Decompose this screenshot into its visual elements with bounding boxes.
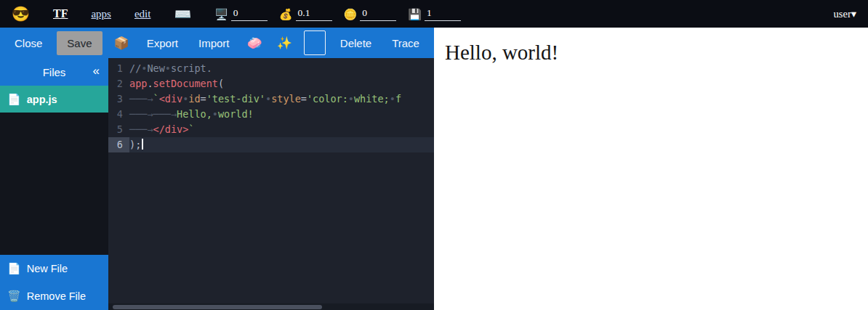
brand-link[interactable]: TF	[53, 7, 68, 20]
package-icon[interactable]: 📦	[111, 31, 132, 55]
line-number: 1	[108, 61, 129, 76]
new-file-button[interactable]: 📄 New File	[0, 255, 108, 282]
line-number: 2	[108, 76, 129, 91]
sidebar-actions: 📄 New File 🗑️ Remove File	[0, 255, 108, 310]
code-editor[interactable]: 1//•New•script.2app.setDocument(3───→`<d…	[108, 58, 434, 310]
trash-icon: 🗑️	[7, 290, 21, 303]
save-button[interactable]: Save	[57, 31, 102, 55]
stat-coin-value: 0	[360, 7, 396, 21]
trace-button[interactable]: Trace	[386, 31, 425, 55]
code-line[interactable]: 3───→`<div•id='test-div'•style='color:•w…	[108, 91, 434, 107]
file-item-appjs[interactable]: 📄 app.js	[0, 86, 108, 113]
main-area: Close Save 📦 Export Import 🧼 ✨ Delete Tr…	[0, 28, 868, 310]
sidebar-empty-area	[0, 113, 108, 255]
stat-money[interactable]: 💰 0.1	[279, 7, 332, 21]
new-file-icon: 📄	[7, 262, 21, 275]
blank-button[interactable]	[304, 30, 326, 55]
file-icon: 📄	[7, 93, 21, 106]
line-number: 3	[108, 91, 129, 107]
stat-monitor[interactable]: 🖥️ 0	[214, 7, 268, 21]
sidebar-header: Files «	[0, 58, 108, 86]
screen: 😎 TF apps edit ⌨️ 🖥️ 0 💰 0.1 🪙 0 💾 1 use	[0, 0, 868, 310]
smiley-logo-icon: 😎	[12, 7, 30, 21]
new-file-label: New File	[27, 263, 68, 274]
sidebar-title: Files	[43, 66, 66, 78]
monitor-icon: 🖥️	[214, 8, 228, 21]
line-number: 4	[108, 107, 129, 122]
edit-link[interactable]: edit	[134, 8, 151, 20]
code-text: );	[129, 137, 143, 152]
code-text: ───→───→Hello,•world!	[129, 107, 254, 122]
stat-disk[interactable]: 💾 1	[408, 7, 461, 21]
topbar-stats: 🖥️ 0 💰 0.1 🪙 0 💾 1	[214, 7, 461, 21]
code-line[interactable]: 6);	[108, 137, 434, 152]
code-text: //•New•script.	[129, 61, 212, 76]
code-lines[interactable]: 1//•New•script.2app.setDocument(3───→`<d…	[108, 58, 434, 303]
line-number: 6	[108, 137, 129, 152]
stat-disk-value: 1	[425, 7, 461, 21]
editor-pane: Close Save 📦 Export Import 🧼 ✨ Delete Tr…	[0, 28, 434, 310]
stat-coin[interactable]: 🪙 0	[344, 7, 397, 21]
floppy-disk-icon: 💾	[408, 8, 422, 21]
soap-icon[interactable]: 🧼	[244, 31, 265, 55]
coin-icon: 🪙	[344, 8, 358, 21]
code-line[interactable]: 4───→───→Hello,•world!	[108, 107, 434, 122]
code-line[interactable]: 5───→</div>`	[108, 122, 434, 137]
horizontal-scrollbar[interactable]	[108, 303, 434, 310]
apps-link[interactable]: apps	[91, 8, 111, 20]
stat-monitor-value: 0	[231, 7, 268, 21]
stat-money-value: 0.1	[296, 7, 332, 21]
workspace: Files « 📄 app.js 📄 New File	[0, 58, 434, 310]
code-text: ───→</div>`	[129, 122, 194, 137]
import-button[interactable]: Import	[193, 31, 236, 55]
delete-button[interactable]: Delete	[334, 31, 377, 55]
code-text: app.setDocument(	[129, 76, 224, 91]
file-name: app.js	[27, 94, 57, 105]
close-button[interactable]: Close	[9, 31, 48, 55]
keyboard-icon[interactable]: ⌨️	[174, 6, 191, 23]
user-menu[interactable]: user▾	[834, 8, 856, 20]
topbar: 😎 TF apps edit ⌨️ 🖥️ 0 💰 0.1 🪙 0 💾 1 use	[0, 0, 868, 28]
line-number: 5	[108, 122, 129, 137]
export-button[interactable]: Export	[141, 31, 184, 55]
scrollbar-thumb[interactable]	[113, 305, 322, 309]
code-line[interactable]: 1//•New•script.	[108, 61, 434, 76]
collapse-sidebar-icon[interactable]: «	[93, 64, 100, 78]
code-line[interactable]: 2app.setDocument(	[108, 76, 434, 91]
remove-file-label: Remove File	[27, 290, 86, 302]
output-text: Hello, world!	[445, 41, 868, 65]
files-sidebar: Files « 📄 app.js 📄 New File	[0, 58, 108, 310]
money-bag-icon: 💰	[279, 8, 293, 21]
output-preview: Hello, world!	[434, 28, 868, 310]
sparkles-icon[interactable]: ✨	[274, 31, 295, 55]
remove-file-button[interactable]: 🗑️ Remove File	[0, 282, 108, 310]
toolbar: Close Save 📦 Export Import 🧼 ✨ Delete Tr…	[0, 28, 434, 58]
text-cursor	[142, 139, 143, 150]
code-text: ───→`<div•id='test-div'•style='color:•wh…	[129, 91, 401, 107]
